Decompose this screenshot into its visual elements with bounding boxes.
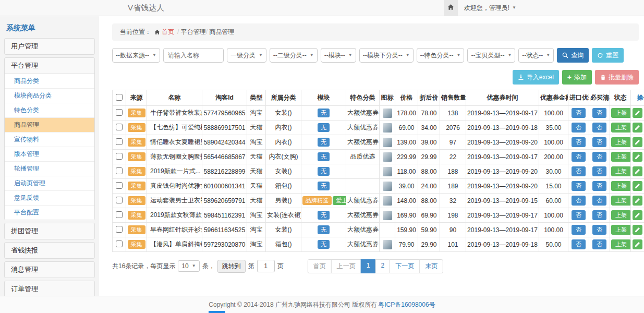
page-button[interactable]: 首页: [308, 259, 332, 273]
must-buy-toggle[interactable]: 否: [592, 166, 606, 176]
filter-select[interactable]: --模块下分类--▼: [359, 48, 414, 63]
sidebar-subitem[interactable]: 轮播管理: [5, 162, 94, 176]
filter-select[interactable]: --二级分类--▼: [270, 48, 318, 63]
import-select-toggle[interactable]: 否: [572, 210, 586, 220]
filter-select-value: --状态--: [522, 51, 543, 60]
batch-delete-button[interactable]: 批量删除: [595, 70, 639, 85]
breadcrumb-item[interactable]: 商品管理: [208, 28, 234, 35]
filter-select[interactable]: --模块--▼: [321, 48, 356, 63]
must-buy-toggle[interactable]: 否: [592, 152, 606, 161]
sidebar-subitem[interactable]: 意见反馈: [5, 191, 94, 206]
row-select-cell: [113, 164, 126, 179]
edit-button[interactable]: [633, 225, 642, 235]
status-button[interactable]: 上架: [611, 210, 631, 220]
page-button[interactable]: 末页: [419, 259, 443, 273]
sidebar-item[interactable]: 省钱快报: [5, 243, 94, 258]
status-button[interactable]: 上架: [611, 166, 631, 176]
jump-button[interactable]: 跳转到: [217, 260, 246, 273]
sidebar-subitem[interactable]: 版本管理: [5, 147, 94, 162]
reset-button[interactable]: 重置: [592, 48, 624, 63]
must-buy-toggle[interactable]: 否: [592, 123, 606, 132]
row-checkbox[interactable]: [116, 124, 123, 130]
search-button[interactable]: 查询: [557, 48, 589, 63]
status-button[interactable]: 上架: [611, 181, 631, 190]
row-checkbox[interactable]: [116, 182, 123, 189]
import-select-toggle[interactable]: 否: [572, 225, 586, 234]
edit-button[interactable]: [633, 181, 642, 191]
import-select-toggle[interactable]: 否: [572, 239, 586, 249]
sidebar-subitem[interactable]: 商品分类: [5, 74, 94, 89]
row-checkbox[interactable]: [116, 153, 123, 160]
edit-button[interactable]: [633, 152, 642, 162]
status-button[interactable]: 上架: [611, 108, 631, 117]
must-buy-toggle[interactable]: 否: [592, 196, 606, 205]
import-select-toggle[interactable]: 否: [572, 152, 586, 161]
edit-button[interactable]: [633, 166, 642, 176]
sidebar-subitem[interactable]: 平台配置: [5, 206, 94, 220]
source-badge: 采集: [128, 240, 145, 249]
breadcrumb-item[interactable]: 平台管理: [179, 28, 205, 35]
status-button[interactable]: 上架: [611, 225, 631, 234]
home-button[interactable]: [444, 0, 458, 16]
status-button[interactable]: 上架: [611, 152, 631, 161]
must-buy-toggle[interactable]: 否: [592, 210, 606, 220]
row-checkbox[interactable]: [116, 167, 123, 174]
jump-page-input[interactable]: [257, 260, 275, 272]
edit-button[interactable]: [633, 239, 642, 249]
sidebar-item[interactable]: 订单管理: [5, 281, 94, 296]
sidebar-item[interactable]: 用户管理: [5, 39, 94, 54]
import-select-toggle[interactable]: 否: [572, 196, 586, 205]
row-checkbox[interactable]: [116, 109, 123, 116]
add-button[interactable]: + 添加: [562, 70, 592, 85]
status-button[interactable]: 上架: [611, 239, 631, 249]
edit-button[interactable]: [633, 137, 642, 147]
horizontal-scrollbar-thumb[interactable]: [209, 311, 225, 313]
edit-button[interactable]: [633, 108, 642, 118]
sidebar-subitem[interactable]: 特色分类: [5, 103, 94, 118]
page-size-select[interactable]: 10 ▼: [178, 260, 199, 272]
must-buy-toggle[interactable]: 否: [592, 108, 606, 117]
sidebar-subitem[interactable]: 模块商品分类: [5, 89, 94, 103]
status-button[interactable]: 上架: [611, 123, 631, 132]
must-buy-toggle[interactable]: 否: [592, 225, 606, 234]
user-menu[interactable]: 欢迎您，管理员! ▼: [464, 4, 516, 13]
import-select-toggle[interactable]: 否: [572, 108, 586, 117]
sidebar-subitem[interactable]: 启动页管理: [5, 176, 94, 191]
page-button[interactable]: 2: [375, 259, 391, 273]
status-button[interactable]: 上架: [611, 196, 631, 205]
breadcrumb-home-link[interactable]: 首页: [154, 28, 174, 37]
import-excel-button[interactable]: 导入excel: [513, 70, 559, 85]
sidebar-subitem[interactable]: 宣传物料: [5, 133, 94, 147]
import-select-toggle[interactable]: 否: [572, 123, 586, 132]
sidebar-item[interactable]: 平台管理: [5, 58, 94, 74]
row-checkbox[interactable]: [116, 211, 123, 218]
select-all-checkbox[interactable]: [116, 94, 123, 101]
filter-select[interactable]: --数据来源--▼: [112, 48, 160, 63]
must-buy-toggle[interactable]: 否: [592, 181, 606, 190]
filter-select[interactable]: --特色分类--▼: [417, 48, 465, 63]
row-checkbox[interactable]: [116, 138, 123, 145]
import-select-toggle[interactable]: 否: [572, 137, 586, 147]
page-button[interactable]: 下一页: [390, 259, 420, 273]
edit-button[interactable]: [633, 210, 642, 220]
filter-select[interactable]: 一级分类▼: [227, 48, 266, 63]
edit-button[interactable]: [633, 196, 642, 206]
import-select-toggle[interactable]: 否: [572, 181, 586, 190]
edit-button[interactable]: [633, 123, 642, 133]
filter-select[interactable]: --宝贝类型--▼: [467, 48, 515, 63]
sidebar-item[interactable]: 消息管理: [5, 262, 94, 278]
page-button[interactable]: 1: [361, 259, 376, 273]
row-checkbox[interactable]: [116, 240, 123, 247]
filter-select[interactable]: --状态--▼: [518, 48, 554, 63]
status-button[interactable]: 上架: [611, 137, 631, 147]
row-checkbox[interactable]: [116, 197, 123, 203]
name-search-input[interactable]: [163, 48, 224, 63]
page-button[interactable]: 上一页: [331, 259, 361, 273]
must-buy-toggle[interactable]: 否: [592, 239, 606, 249]
row-checkbox[interactable]: [116, 226, 123, 233]
sidebar-subitem[interactable]: 商品管理: [5, 118, 94, 133]
import-select-toggle[interactable]: 否: [572, 166, 586, 176]
must-buy-toggle[interactable]: 否: [592, 137, 606, 147]
icp-link[interactable]: 粤ICP备16098006号: [378, 300, 435, 309]
sidebar-item[interactable]: 拼团管理: [5, 223, 94, 239]
